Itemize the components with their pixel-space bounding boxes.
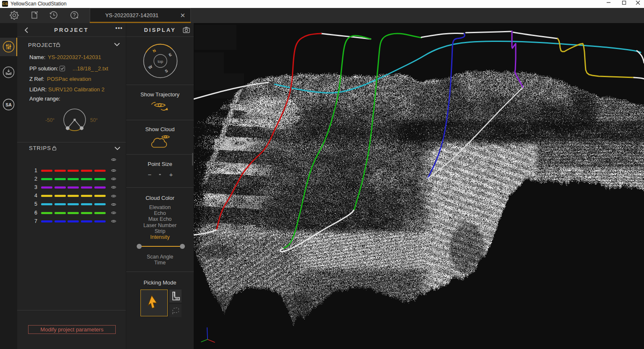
svg-text:S: S — [164, 68, 169, 74]
svg-text:SA: SA — [5, 102, 12, 107]
svg-text:E: E — [168, 52, 172, 57]
svg-text:top: top — [158, 59, 163, 64]
svg-text:W: W — [148, 64, 153, 70]
svg-text:N: N — [152, 48, 157, 54]
